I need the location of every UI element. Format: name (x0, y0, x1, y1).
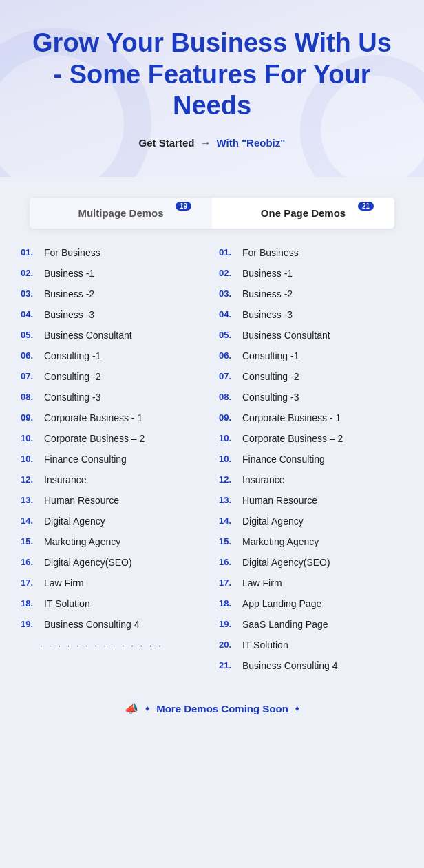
list-item[interactable]: 03.Business -2 (21, 284, 205, 304)
item-label: Consulting -1 (242, 350, 299, 361)
list-item[interactable]: 21.Business Consulting 4 (219, 655, 403, 676)
item-num: 05. (219, 330, 238, 340)
item-label: Consulting -3 (242, 392, 299, 403)
list-item[interactable]: 04.Business -3 (219, 304, 403, 325)
list-item[interactable]: 19.SaaS Landing Page (219, 614, 403, 635)
list-item[interactable]: 07.Consulting -2 (219, 366, 403, 387)
item-label: Business -1 (44, 268, 94, 279)
item-num: 02. (219, 268, 238, 278)
get-started-label: Get Started (139, 137, 195, 149)
list-item[interactable]: 19.Business Consulting 4 (21, 614, 205, 635)
item-label: Digital Agency (242, 516, 304, 527)
list-item[interactable]: 13.Human Resource (21, 490, 205, 511)
tab-multipage-label: Multipage Demos (78, 207, 163, 219)
item-num: 20. (219, 639, 238, 650)
item-label: Digital Agency (44, 516, 105, 527)
list-item[interactable]: 02.Business -1 (21, 263, 205, 284)
tab-onepage-label: One Page Demos (261, 207, 346, 219)
list-item[interactable]: 15.Marketing Agency (219, 531, 403, 552)
item-label: Law Firm (242, 578, 282, 589)
item-num: 10. (219, 433, 238, 443)
item-label: Finance Consulting (242, 454, 325, 465)
list-item[interactable]: 06.Consulting -1 (219, 346, 403, 366)
list-item[interactable]: 15.Marketing Agency (21, 531, 205, 552)
hero-section: Grow Your Business With Us - Some Featur… (0, 0, 424, 177)
item-num: 09. (219, 412, 238, 423)
list-item[interactable]: 04.Business -3 (21, 304, 205, 325)
item-num: 16. (219, 557, 238, 567)
list-item[interactable]: 10.Corporate Business – 2 (21, 428, 205, 449)
item-num: 08. (219, 392, 238, 402)
item-num: 03. (21, 288, 40, 299)
item-label: Business Consulting 4 (242, 660, 338, 671)
footer-text: More Demos Coming Soon (156, 703, 288, 714)
tabs-container: 19 Multipage Demos 21 One Page Demos (30, 198, 394, 229)
item-label: Consulting -2 (242, 371, 299, 382)
item-label: Consulting -1 (44, 350, 101, 361)
list-item[interactable]: 14.Digital Agency (21, 511, 205, 531)
list-item[interactable]: 17.Law Firm (21, 573, 205, 593)
item-label: Business Consulting 4 (44, 619, 140, 630)
item-label: Business -2 (242, 288, 293, 299)
item-num: 19. (219, 619, 238, 629)
list-item[interactable]: 17.Law Firm (219, 573, 403, 593)
diamond-left-icon: ♦ (145, 703, 149, 713)
list-item[interactable]: 12.Insurance (219, 469, 403, 490)
list-item[interactable]: 01.For Business (21, 242, 205, 263)
item-label: Consulting -2 (44, 371, 101, 382)
item-num: 01. (21, 247, 40, 257)
list-item[interactable]: 09.Corporate Business - 1 (219, 407, 403, 428)
item-label: For Business (242, 247, 299, 258)
list-item[interactable]: 13.Human Resource (219, 490, 403, 511)
item-label: Corporate Business - 1 (44, 412, 142, 423)
item-num: 14. (219, 516, 238, 526)
megaphone-icon: 📣 (125, 702, 138, 715)
tab-multipage[interactable]: 19 Multipage Demos (30, 198, 212, 229)
item-label: Marketing Agency (242, 536, 319, 547)
tab-onepage[interactable]: 21 One Page Demos (212, 198, 394, 229)
list-item[interactable]: 09.Corporate Business - 1 (21, 407, 205, 428)
item-num: 05. (21, 330, 40, 340)
list-item[interactable]: 05.Business Consultant (219, 325, 403, 346)
item-label: Insurance (242, 474, 284, 485)
dots-indicator: · · · · · · · · · · · · · · (21, 635, 205, 653)
item-label: App Landing Page (242, 598, 321, 609)
list-item[interactable]: 03.Business -2 (219, 284, 403, 304)
list-item[interactable]: 14.Digital Agency (219, 511, 403, 531)
item-label: Human Resource (242, 495, 317, 506)
item-label: Marketing Agency (44, 536, 120, 547)
list-item[interactable]: 06.Consulting -1 (21, 346, 205, 366)
item-num: 18. (21, 598, 40, 608)
item-num: 04. (21, 309, 40, 319)
item-num: 10. (21, 454, 40, 464)
list-item[interactable]: 10.Finance Consulting (21, 449, 205, 469)
lists-section: 01.For Business02.Business -103.Business… (0, 235, 424, 690)
item-label: Business -2 (44, 288, 94, 299)
list-item[interactable]: 10.Corporate Business – 2 (219, 428, 403, 449)
list-item[interactable]: 01.For Business (219, 242, 403, 263)
list-item[interactable]: 18.IT Solution (21, 593, 205, 614)
list-item[interactable]: 16.Digital Agency(SEO) (219, 552, 403, 573)
list-item[interactable]: 08.Consulting -3 (219, 387, 403, 407)
item-num: 13. (219, 495, 238, 505)
item-num: 18. (219, 598, 238, 608)
list-item[interactable]: 12.Insurance (21, 469, 205, 490)
item-num: 16. (21, 557, 40, 567)
item-num: 04. (219, 309, 238, 319)
item-label: Corporate Business – 2 (242, 433, 343, 444)
list-item[interactable]: 10.Finance Consulting (219, 449, 403, 469)
list-item[interactable]: 18.App Landing Page (219, 593, 403, 614)
item-num: 15. (219, 536, 238, 547)
item-label: For Business (44, 247, 100, 258)
item-label: Law Firm (44, 578, 84, 589)
list-item[interactable]: 08.Consulting -3 (21, 387, 205, 407)
item-label: Human Resource (44, 495, 119, 506)
page-title: Grow Your Business With Us - Some Featur… (28, 28, 396, 122)
list-item[interactable]: 05.Business Consultant (21, 325, 205, 346)
list-item[interactable]: 20.IT Solution (219, 635, 403, 655)
list-item[interactable]: 02.Business -1 (219, 263, 403, 284)
item-num: 21. (219, 660, 238, 670)
item-label: IT Solution (44, 598, 90, 609)
list-item[interactable]: 16.Digital Agency(SEO) (21, 552, 205, 573)
list-item[interactable]: 07.Consulting -2 (21, 366, 205, 387)
